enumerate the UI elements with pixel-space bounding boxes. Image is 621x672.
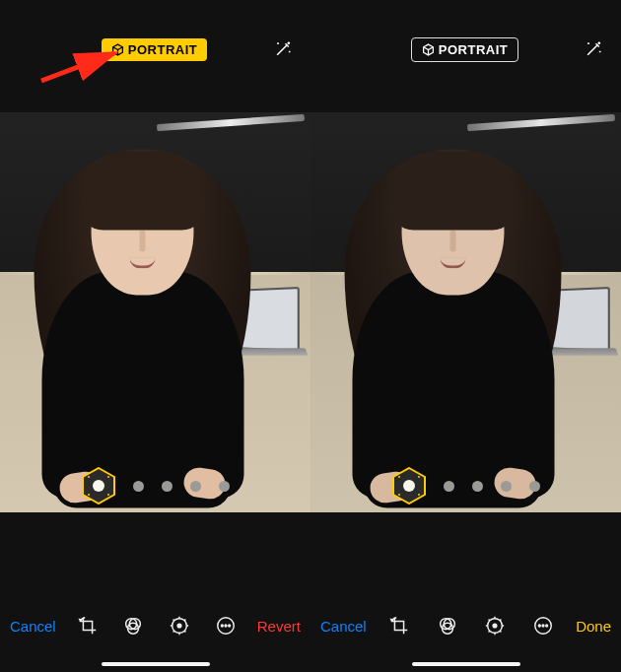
portrait-badge-label: PORTRAIT [128,42,197,57]
lighting-dot[interactable] [133,481,144,492]
cube-icon [111,43,124,56]
more-circle-icon[interactable] [528,615,558,637]
svg-point-10 [177,624,181,628]
svg-point-28 [542,625,544,627]
filters-icon[interactable] [433,615,462,637]
cancel-button[interactable]: Cancel [10,618,56,635]
bottom-toolbar: Cancel Done [310,593,621,672]
svg-point-18 [418,476,420,478]
cancel-button[interactable]: Cancel [320,618,367,635]
svg-point-19 [398,494,400,496]
svg-point-4 [88,494,90,496]
svg-point-13 [225,625,227,627]
adjust-dial-icon[interactable] [165,615,194,637]
svg-point-27 [538,625,540,627]
portrait-badge[interactable]: PORTRAIT [411,37,518,62]
svg-point-17 [398,476,400,478]
editor-pane-right: PORTRAIT [310,0,621,672]
portrait-badge[interactable]: PORTRAIT [102,38,207,61]
lighting-dot[interactable] [529,481,540,492]
portrait-lighting-selector[interactable] [310,467,621,504]
lighting-dot[interactable] [219,481,230,492]
crop-rotate-icon[interactable] [73,615,103,637]
photo-canvas[interactable] [0,112,310,512]
svg-point-3 [107,476,109,478]
top-bar: PORTRAIT [310,0,621,99]
top-bar: PORTRAIT [0,0,310,99]
svg-point-1 [93,480,104,492]
lighting-dot[interactable] [501,481,512,492]
lighting-dot[interactable] [190,481,201,492]
photo-canvas[interactable] [310,112,621,512]
done-button[interactable]: Done [576,618,611,635]
cube-icon [422,43,435,56]
magic-wand-icon[interactable] [584,39,603,59]
filters-icon[interactable] [118,615,148,637]
magic-wand-icon[interactable] [273,39,293,59]
adjust-dial-icon[interactable] [480,615,510,637]
editor-pane-left: PORTRAIT [0,0,310,672]
revert-button[interactable]: Revert [257,618,301,635]
lighting-dot[interactable] [444,481,454,492]
svg-point-12 [221,625,223,627]
svg-point-20 [418,494,420,496]
home-indicator [412,662,520,666]
lighting-dot[interactable] [162,481,172,492]
portrait-badge-label: PORTRAIT [439,42,508,57]
portrait-lighting-hex-icon[interactable] [392,467,426,504]
more-circle-icon[interactable] [211,615,241,637]
home-indicator [102,662,210,666]
svg-point-5 [107,494,109,496]
svg-point-14 [229,625,231,627]
svg-point-16 [403,480,415,492]
crop-rotate-icon[interactable] [384,615,414,637]
bottom-toolbar: Cancel Revert [0,593,310,672]
svg-point-25 [493,624,497,628]
portrait-lighting-hex-icon[interactable] [82,467,115,504]
svg-point-29 [545,625,547,627]
svg-point-2 [88,476,90,478]
portrait-lighting-selector[interactable] [0,467,310,504]
lighting-dot[interactable] [472,481,483,492]
